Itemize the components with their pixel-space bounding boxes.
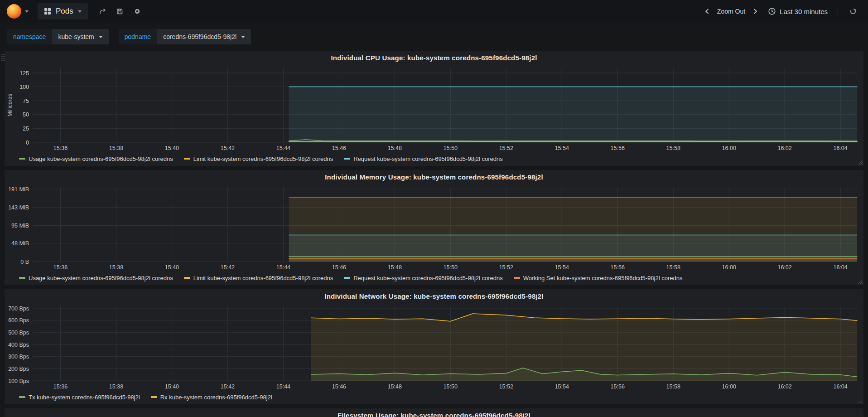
legend-series-label: Limit kube-system coredns-695f96dcd5-98j… — [193, 155, 333, 162]
y-axis-tick-label: 500 Bps — [8, 330, 29, 336]
legend-item[interactable]: Usage kube-system coredns-695f96dcd5-98j… — [19, 275, 173, 281]
x-axis-tick-label: 15:58 — [666, 145, 680, 151]
x-axis-tick-label: 15:36 — [53, 383, 68, 390]
x-axis-tick-label: 15:44 — [276, 383, 290, 390]
y-axis-tick-label: 200 Bps — [8, 366, 29, 372]
time-picker-button[interactable]: Last 30 minutes — [768, 7, 828, 15]
cpu-usage-chart[interactable]: 025507510012515:3615:3815:4015:4215:4415… — [6, 64, 862, 153]
legend-series-marker — [344, 158, 350, 160]
network-usage-chart[interactable]: 100 Bps200 Bps300 Bps400 Bps500 Bps600 B… — [6, 303, 862, 392]
save-icon — [116, 8, 124, 15]
zoom-out-button[interactable]: Zoom Out — [717, 8, 745, 15]
panel-header: Individual CPU Usage: kube-system coredn… — [5, 51, 863, 64]
chart-canvas[interactable]: 025507510012515:3615:3815:4015:4215:4415… — [6, 64, 862, 153]
y-axis-tick-label: 50 — [23, 112, 29, 118]
panel-cpu-usage: Individual CPU Usage: kube-system coredn… — [5, 51, 863, 166]
refresh-button[interactable] — [845, 4, 861, 19]
y-axis-tick-label: 75 — [23, 98, 29, 104]
refresh-icon — [849, 8, 857, 15]
chevron-left-icon — [704, 8, 710, 15]
template-variables-row: namespace kube-system podname coredns-69… — [0, 23, 868, 51]
y-axis-tick-label: 700 Bps — [8, 305, 29, 312]
navbar: Pods Zoom Out — [0, 0, 868, 23]
x-axis-tick-label: 15:48 — [388, 264, 402, 271]
x-axis-tick-label: 15:42 — [221, 383, 235, 390]
x-axis-tick-label: 15:52 — [499, 264, 513, 271]
panel-title[interactable]: Individual CPU Usage: kube-system coredn… — [331, 54, 537, 62]
x-axis-tick-label: 15:52 — [499, 383, 513, 390]
legend-series-label: Working Set kube-system coredns-695f96dc… — [523, 275, 683, 281]
y-axis-tick-label: 100 Bps — [8, 378, 29, 384]
x-axis-tick-label: 15:48 — [388, 145, 402, 151]
y-axis-tick-label: 48 MiB — [11, 240, 29, 247]
x-axis-tick-label: 16:00 — [722, 145, 736, 151]
y-axis-tick-label: 600 Bps — [8, 317, 29, 324]
variable-namespace-value-dropdown[interactable]: kube-system — [52, 29, 108, 44]
panel-memory-usage: Individual Memory Usage: kube-system cor… — [5, 170, 863, 285]
x-axis-tick-label: 15:46 — [332, 383, 346, 390]
chart-canvas[interactable]: 100 Bps200 Bps300 Bps400 Bps500 Bps600 B… — [6, 303, 862, 392]
caret-down-icon — [241, 36, 245, 38]
y-axis-title: Millicores — [7, 94, 13, 116]
legend-item[interactable]: Request kube-system coredns-695f96dcd5-9… — [344, 155, 503, 162]
x-axis-tick-label: 15:46 — [332, 264, 346, 271]
legend-series-marker — [344, 277, 350, 279]
dashboard-picker-button[interactable]: Pods — [38, 3, 88, 19]
grafana-logo-button[interactable] — [6, 4, 29, 19]
legend-item[interactable]: Working Set kube-system coredns-695f96dc… — [514, 275, 683, 281]
share-button[interactable] — [95, 4, 111, 19]
legend-item[interactable]: Rx kube-system coredns-695f96dcd5-98j2l — [151, 394, 272, 401]
network-chart-legend: Tx kube-system coredns-695f96dcd5-98j2lR… — [5, 392, 863, 402]
legend-item[interactable]: Tx kube-system coredns-695f96dcd5-98j2l — [19, 394, 140, 401]
time-range-label: Last 30 minutes — [780, 8, 828, 15]
variable-podname-value: coredns-695f96dcd5-98j2l — [163, 33, 236, 40]
chevron-right-icon — [752, 8, 758, 15]
navbar-divider — [838, 7, 838, 16]
memory-usage-chart[interactable]: 0 B48 MiB95 MiB143 MiB191 MiB15:3615:381… — [6, 184, 862, 272]
x-axis-tick-label: 16:00 — [722, 264, 736, 271]
time-shift-right-button[interactable] — [750, 4, 761, 19]
legend-series-marker — [19, 158, 25, 160]
y-axis-tick-label: 0 — [26, 140, 29, 146]
x-axis-tick-label: 15:40 — [165, 264, 179, 271]
caret-down-icon — [25, 10, 29, 13]
legend-item[interactable]: Usage kube-system coredns-695f96dcd5-98j… — [19, 155, 173, 162]
panel-header: Filesystem Usage: kube-system coredns-69… — [5, 408, 863, 417]
y-axis-tick-label: 143 MiB — [8, 204, 29, 211]
x-axis-tick-label: 16:04 — [833, 145, 847, 151]
panel-header: Individual Memory Usage: kube-system cor… — [5, 170, 863, 184]
x-axis-tick-label: 15:50 — [444, 383, 458, 390]
legend-item[interactable]: Request kube-system coredns-695f96dcd5-9… — [344, 275, 503, 281]
y-axis-tick-label: 300 Bps — [8, 354, 29, 360]
x-axis-tick-label: 16:02 — [777, 145, 791, 151]
legend-series-label: Request kube-system coredns-695f96dcd5-9… — [353, 155, 503, 162]
x-axis-tick-label: 16:02 — [777, 383, 791, 390]
legend-item[interactable]: Limit kube-system coredns-695f96dcd5-98j… — [184, 275, 333, 281]
variable-podname-value-dropdown[interactable]: coredns-695f96dcd5-98j2l — [157, 29, 251, 44]
save-button[interactable] — [112, 4, 128, 19]
x-axis-tick-label: 15:54 — [555, 264, 569, 271]
settings-button[interactable] — [130, 4, 145, 19]
panel-title[interactable]: Individual Network Usage: kube-system co… — [324, 292, 543, 300]
y-axis-tick-label: 95 MiB — [11, 223, 29, 229]
x-axis-tick-label: 15:40 — [165, 383, 179, 390]
legend-item[interactable]: Limit kube-system coredns-695f96dcd5-98j… — [184, 155, 333, 162]
series-fill — [289, 235, 857, 262]
dashboard-grid-icon — [44, 8, 51, 15]
panel-title[interactable]: Filesystem Usage: kube-system coredns-69… — [338, 412, 530, 417]
variable-namespace-label: namespace — [7, 29, 52, 44]
legend-series-label: Rx kube-system coredns-695f96dcd5-98j2l — [160, 394, 272, 401]
x-axis-tick-label: 15:42 — [221, 264, 235, 271]
y-axis-tick-label: 0 B — [20, 259, 29, 265]
x-axis-tick-label: 15:38 — [109, 383, 123, 390]
x-axis-tick-label: 16:02 — [777, 264, 791, 271]
caret-down-icon — [78, 10, 82, 13]
clock-icon — [768, 7, 776, 15]
y-axis-tick-label: 400 Bps — [8, 342, 29, 348]
chart-canvas[interactable]: 0 B48 MiB95 MiB143 MiB191 MiB15:3615:381… — [6, 184, 862, 272]
panel-title[interactable]: Individual Memory Usage: kube-system cor… — [325, 173, 543, 181]
x-axis-tick-label: 15:36 — [53, 145, 68, 151]
time-shift-left-button[interactable] — [702, 4, 713, 19]
navbar-right-controls: Zoom Out Last 30 minutes — [701, 4, 862, 19]
legend-series-marker — [184, 277, 190, 279]
